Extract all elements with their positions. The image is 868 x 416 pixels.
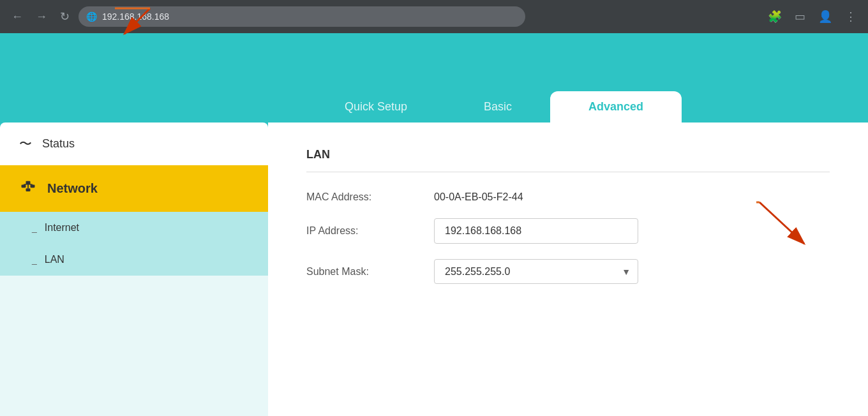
globe-icon: 🌐 bbox=[86, 11, 97, 22]
ip-address-input[interactable] bbox=[434, 218, 638, 244]
tab-bar: Quick Setup Basic Advanced bbox=[268, 33, 868, 123]
extensions-button[interactable]: 🧩 bbox=[764, 7, 786, 26]
sidebar-internet-label: Internet bbox=[45, 222, 79, 234]
activity-icon: 〜 bbox=[19, 135, 32, 152]
section-title: LAN bbox=[306, 148, 830, 161]
ip-address-label: IP Address: bbox=[306, 225, 408, 237]
split-view-button[interactable]: ▭ bbox=[791, 7, 809, 26]
mac-address-row: MAC Address: 00-0A-EB-05-F2-44 bbox=[306, 191, 830, 203]
subnet-mask-row: Subnet Mask: 255.255.255.0 255.255.0.0 2… bbox=[306, 259, 830, 284]
sidebar-lan-label: LAN bbox=[45, 254, 64, 265]
tab-quick-setup[interactable]: Quick Setup bbox=[306, 91, 445, 123]
ip-address-row: IP Address: bbox=[306, 218, 830, 244]
sidebar-item-network[interactable]: Network bbox=[0, 165, 268, 212]
mac-address-label: MAC Address: bbox=[306, 191, 408, 203]
profile-button[interactable]: 👤 bbox=[814, 7, 836, 26]
dash-icon-lan: _ bbox=[32, 255, 37, 265]
dash-icon-internet: _ bbox=[32, 223, 37, 233]
sidebar-item-status[interactable]: 〜 Status bbox=[0, 123, 268, 165]
forward-button[interactable]: → bbox=[32, 8, 51, 26]
content-arrow-annotation bbox=[753, 199, 830, 265]
tab-basic[interactable]: Basic bbox=[445, 91, 550, 123]
menu-button[interactable]: ⋮ bbox=[841, 7, 860, 26]
mac-address-value: 00-0A-EB-05-F2-44 bbox=[434, 191, 523, 203]
sidebar-network-label: Network bbox=[47, 181, 98, 196]
content-area: Quick Setup Basic Advanced LAN MAC Addre… bbox=[268, 33, 868, 416]
svg-rect-4 bbox=[22, 185, 26, 188]
svg-rect-5 bbox=[31, 185, 35, 188]
main-wrapper: 〜 Status Network _ Internet bbox=[0, 33, 868, 416]
content-panel: LAN MAC Address: 00-0A-EB-05-F2-44 IP Ad… bbox=[268, 123, 868, 416]
refresh-button[interactable]: ↻ bbox=[56, 7, 73, 26]
browser-actions: 🧩 ▭ 👤 ⋮ bbox=[764, 7, 860, 26]
svg-line-8 bbox=[24, 184, 28, 184]
svg-rect-6 bbox=[26, 181, 31, 184]
back-button[interactable]: ← bbox=[8, 8, 27, 26]
sidebar-item-internet[interactable]: _ Internet bbox=[0, 212, 268, 244]
sidebar-sub-menu: _ Internet _ LAN bbox=[0, 212, 268, 276]
network-icon bbox=[19, 178, 37, 199]
section-divider bbox=[306, 172, 830, 172]
subnet-mask-label: Subnet Mask: bbox=[306, 266, 408, 278]
svg-line-9 bbox=[28, 184, 33, 184]
svg-line-11 bbox=[760, 202, 804, 244]
tab-advanced[interactable]: Advanced bbox=[550, 91, 682, 123]
subnet-mask-select[interactable]: 255.255.255.0 255.255.0.0 255.0.0.0 bbox=[434, 259, 638, 284]
browser-chrome: ← → ↻ 🌐 192.168.168.168 🧩 ▭ 👤 ⋮ bbox=[0, 0, 868, 33]
sidebar: 〜 Status Network _ Internet bbox=[0, 33, 268, 416]
sidebar-status-label: Status bbox=[42, 137, 75, 151]
sidebar-item-lan[interactable]: _ LAN bbox=[0, 244, 268, 276]
browser-arrow-annotation bbox=[112, 5, 163, 52]
subnet-mask-select-wrapper: 255.255.255.0 255.255.0.0 255.0.0.0 ▼ bbox=[434, 259, 638, 284]
svg-rect-3 bbox=[26, 188, 31, 191]
svg-line-1 bbox=[124, 8, 150, 34]
